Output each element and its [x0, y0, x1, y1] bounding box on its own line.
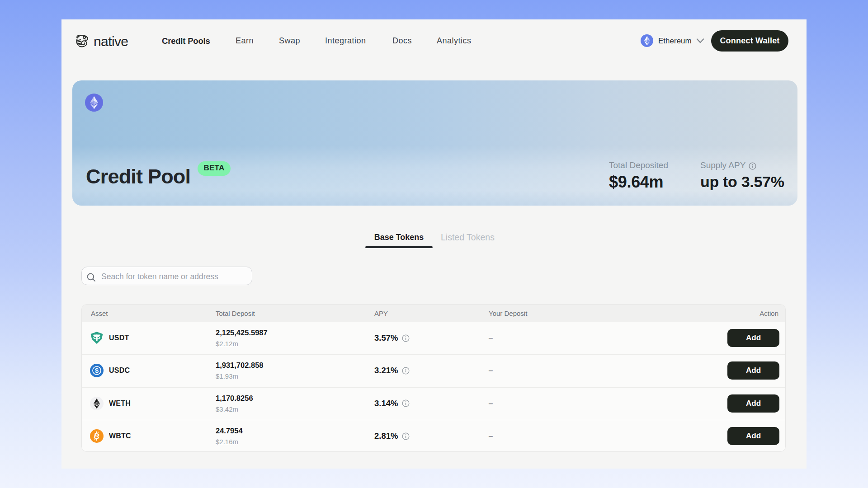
svg-text:$: $: [95, 367, 99, 375]
